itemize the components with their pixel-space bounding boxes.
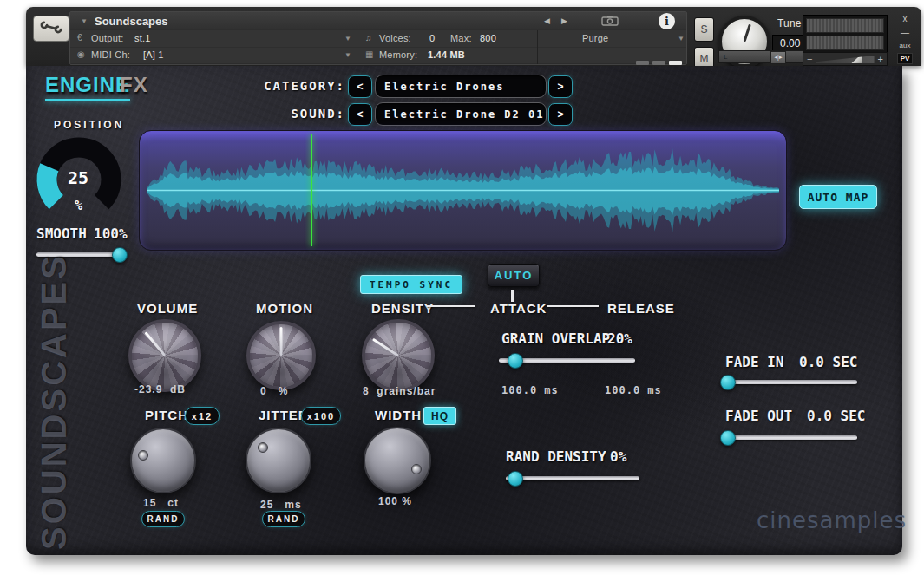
attack-label: ATTACK — [490, 301, 547, 316]
rand-density-handle[interactable] — [508, 471, 523, 487]
pitch-knob-label: PITCH — [145, 408, 188, 422]
hq-toggle-badge[interactable]: HQ — [423, 407, 456, 425]
playhead-line[interactable] — [311, 134, 312, 246]
volume-knob-label: VOLUME — [137, 301, 198, 316]
motion-knob[interactable] — [246, 321, 316, 390]
smooth-slider-handle[interactable] — [112, 247, 128, 263]
cinesamples-logo: cinesamples — [757, 507, 907, 533]
pitch-range-badge[interactable]: x12 — [185, 407, 220, 425]
pitch-value: 15 ct — [143, 497, 179, 509]
jitter-rand-button[interactable]: RAND — [262, 511, 305, 527]
smooth-value: 100% — [94, 225, 128, 242]
jitter-knob[interactable] — [246, 428, 311, 493]
width-knob-dot — [411, 464, 422, 474]
tab-engine-underline — [45, 99, 130, 101]
density-value: 8 grains/bar — [363, 385, 436, 397]
category-next-button[interactable]: > — [548, 75, 573, 98]
jitter-value: 25 ms — [260, 499, 302, 511]
fade-out-value: 0.0 SEC — [807, 408, 865, 424]
sound-prev-button[interactable]: < — [348, 103, 372, 126]
sound-next-button[interactable]: > — [548, 103, 573, 126]
position-label: POSITION — [54, 119, 124, 131]
fade-in-handle[interactable] — [720, 375, 736, 390]
auto-map-button[interactable]: AUTO MAP — [799, 185, 877, 209]
width-knob[interactable] — [364, 427, 431, 494]
fade-out-label: FADE OUT — [725, 408, 792, 424]
grain-overlap-slider[interactable] — [499, 358, 635, 363]
density-knob-pointer — [372, 338, 399, 357]
rand-density-label: RAND DENSITY — [506, 448, 606, 465]
motion-knob-label: MOTION — [256, 301, 313, 316]
grain-overlap-handle[interactable] — [508, 353, 523, 369]
jitter-knob-dot — [258, 442, 268, 453]
tab-engine[interactable]: ENGINE — [45, 73, 130, 101]
sound-label: SOUND: — [217, 107, 345, 121]
release-label: RELEASE — [607, 301, 675, 316]
density-attack-line — [427, 305, 475, 307]
position-unit: % — [75, 198, 82, 213]
grain-overlap-label: GRAIN OVERLAP — [501, 330, 610, 347]
motion-knob-pointer — [280, 327, 283, 356]
position-value: 25 — [68, 167, 88, 188]
volume-knob[interactable] — [128, 319, 201, 392]
rand-density-slider[interactable] — [506, 476, 639, 480]
waveform-display[interactable] — [139, 130, 787, 251]
fade-in-label: FADE IN — [725, 354, 783, 370]
release-value: 100.0 ms — [605, 384, 662, 396]
soundscapes-window: ▼ Soundscapes ◀ ▶ € Output: st.1 ▼ ♫ Voi… — [0, 0, 924, 575]
attack-value: 100.0 ms — [501, 384, 559, 396]
pitch-rand-button[interactable]: RAND — [141, 511, 185, 527]
attack-release-line — [547, 305, 599, 307]
side-brand-text: SOUNDSCAPES — [35, 279, 74, 550]
jitter-range-badge[interactable]: x100 — [301, 407, 341, 425]
density-knob[interactable] — [362, 319, 435, 392]
category-label: CATEGORY: — [217, 79, 345, 93]
waveform-svg — [140, 131, 786, 250]
density-knob-label: DENSITY — [371, 301, 434, 316]
width-knob-label: WIDTH — [375, 408, 422, 422]
fade-in-value: 0.0 SEC — [799, 354, 857, 370]
tab-fx[interactable]: FX — [120, 73, 148, 97]
pitch-knob[interactable] — [130, 428, 196, 493]
volume-value: -23.9 dB — [134, 383, 186, 395]
volume-knob-pointer — [144, 331, 166, 356]
pitch-knob-dot — [138, 450, 148, 461]
motion-value: 0 % — [260, 385, 288, 397]
auto-tick — [511, 290, 514, 302]
tempo-sync-button[interactable]: TEMPO SYNC — [360, 275, 462, 294]
width-value: 100 % — [378, 495, 412, 507]
grain-overlap-value: 20% — [607, 330, 632, 347]
sound-dropdown[interactable]: Electric Drone D2 01 — [375, 102, 547, 126]
auto-attack-button[interactable]: AUTO — [488, 264, 540, 287]
fade-out-slider[interactable] — [725, 435, 857, 440]
category-prev-button[interactable]: < — [348, 75, 372, 98]
rand-density-value: 0% — [610, 448, 626, 465]
smooth-label: SMOOTH — [36, 225, 87, 242]
fade-out-handle[interactable] — [720, 430, 736, 446]
fade-in-slider[interactable] — [725, 380, 857, 384]
category-dropdown[interactable]: Electric Drones — [375, 75, 547, 98]
